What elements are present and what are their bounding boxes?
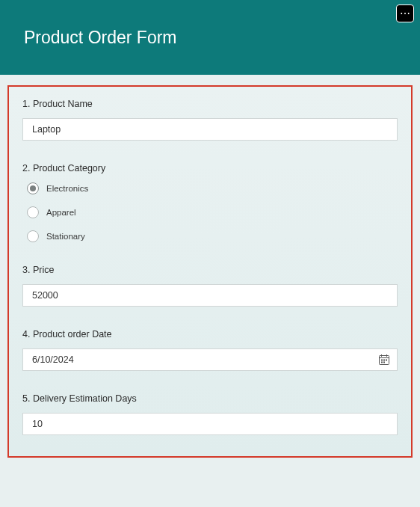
- radio-option-stationary[interactable]: Stationary: [27, 230, 398, 242]
- radio-icon: [27, 230, 39, 242]
- form-body: 1. Product Name 2. Product Category Elec…: [7, 85, 413, 458]
- price-input[interactable]: [22, 284, 398, 307]
- form-title: Product Order Form: [24, 28, 177, 48]
- radio-label: Electronics: [46, 184, 88, 193]
- radio-icon: [27, 182, 39, 194]
- radio-option-electronics[interactable]: Electronics: [27, 182, 398, 194]
- more-options-button[interactable]: ⋯: [396, 4, 414, 22]
- question-delivery-days: 5. Delivery Estimation Days: [22, 393, 398, 435]
- radio-option-apparel[interactable]: Apparel: [27, 206, 398, 218]
- question-label: 5. Delivery Estimation Days: [22, 393, 398, 404]
- question-label: 4. Product order Date: [22, 329, 398, 339]
- question-order-date: 4. Product order Date: [22, 329, 398, 371]
- category-radio-group: Electronics Apparel Stationary: [22, 182, 398, 242]
- form-area: 1. Product Name 2. Product Category Elec…: [0, 75, 420, 465]
- question-product-category: 2. Product Category Electronics Apparel …: [22, 163, 398, 242]
- delivery-days-input[interactable]: [22, 413, 398, 435]
- question-label: 2. Product Category: [22, 163, 398, 173]
- radio-label: Apparel: [46, 208, 76, 217]
- radio-label: Stationary: [46, 232, 85, 241]
- form-header: Product Order Form ⋯: [0, 0, 420, 75]
- radio-icon: [27, 206, 39, 218]
- more-icon: ⋯: [400, 8, 411, 19]
- question-label: 1. Product Name: [22, 99, 398, 109]
- question-product-name: 1. Product Name: [22, 99, 398, 141]
- question-price: 3. Price: [22, 265, 398, 307]
- product-name-input[interactable]: [22, 118, 398, 141]
- order-date-input[interactable]: [22, 348, 398, 371]
- question-label: 3. Price: [22, 265, 398, 275]
